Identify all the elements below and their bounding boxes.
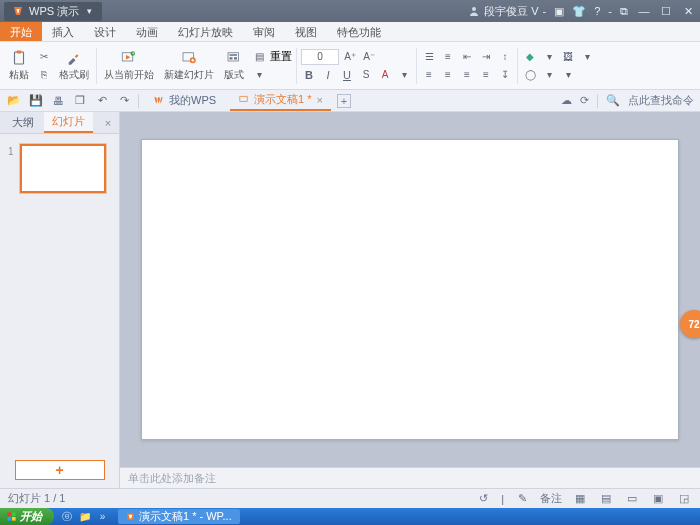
close-tab-icon[interactable]: × [317, 94, 323, 106]
align-justify-icon[interactable]: ≡ [478, 67, 494, 83]
presentation-icon [238, 94, 249, 105]
user-icon [468, 5, 480, 17]
skin-icon[interactable]: 👕 [572, 5, 586, 18]
floating-badge[interactable]: 72 [680, 310, 700, 338]
app-menu[interactable]: WPS 演示 ▾ [4, 2, 102, 21]
tab-animation[interactable]: 动画 [126, 22, 168, 41]
tab-view[interactable]: 视图 [285, 22, 327, 41]
start-button[interactable]: 开始 [0, 508, 54, 525]
tab-home[interactable]: 开始 [0, 22, 42, 41]
history-icon[interactable]: ↺ [475, 491, 491, 507]
print-icon[interactable]: 🖶 [50, 93, 66, 109]
tab-review[interactable]: 审阅 [243, 22, 285, 41]
picture-icon[interactable]: 🖼 [560, 49, 576, 65]
arrange-icon[interactable]: ▾ [579, 49, 595, 65]
bold-icon[interactable]: B [301, 67, 317, 83]
svg-rect-2 [17, 51, 22, 54]
text-direction-icon[interactable]: ↧ [497, 67, 513, 83]
sorter-view-icon[interactable]: ▤ [598, 491, 614, 507]
font-size-input[interactable] [301, 49, 339, 65]
tab-special[interactable]: 特色功能 [327, 22, 391, 41]
paste-button[interactable]: 粘贴 [9, 49, 29, 82]
copy-icon[interactable]: ⎘ [36, 67, 52, 83]
refresh-icon[interactable]: ⟳ [580, 94, 589, 107]
cut-icon[interactable]: ✂ [36, 49, 52, 65]
explorer-icon[interactable]: 📁 [78, 510, 91, 523]
shape-fill-icon[interactable]: ◆ [522, 49, 538, 65]
decrease-font-icon[interactable]: A⁻ [361, 49, 377, 65]
maximize-button[interactable]: ☐ [658, 5, 674, 18]
open-icon[interactable]: 📂 [6, 93, 22, 109]
increase-font-icon[interactable]: A⁺ [342, 49, 358, 65]
new-slide-button[interactable]: 新建幻灯片 [164, 49, 214, 82]
slide-thumbnail[interactable]: 1 [8, 144, 111, 193]
section-icon[interactable]: ▤ [251, 49, 267, 65]
close-button[interactable]: ✕ [680, 5, 696, 18]
thumbnail-list[interactable]: 1 [0, 134, 119, 452]
align-right-icon[interactable]: ≡ [459, 67, 475, 83]
outline-tab[interactable]: 大纲 [4, 113, 42, 132]
tshirt-icon[interactable]: ▣ [554, 5, 564, 18]
align-center-icon[interactable]: ≡ [440, 67, 456, 83]
help-icon[interactable]: ? [594, 5, 600, 17]
chevron-down-icon[interactable]: ▾ [251, 67, 267, 83]
slide-stage[interactable] [120, 112, 700, 467]
notes-pane[interactable]: 单击此处添加备注 [120, 467, 700, 488]
search-command-text[interactable]: 点此查找命令 [628, 93, 694, 108]
align-left-icon[interactable]: ≡ [421, 67, 437, 83]
line-spacing-icon[interactable]: ↕ [497, 49, 513, 65]
shape-outline-icon[interactable]: ▾ [541, 49, 557, 65]
app-name: WPS 演示 [29, 4, 79, 19]
bullets-icon[interactable]: ☰ [421, 49, 437, 65]
search-icon[interactable]: 🔍 [606, 94, 620, 107]
taskbar-item-wps[interactable]: 演示文稿1 * - WP... [118, 509, 240, 524]
tab-insert[interactable]: 插入 [42, 22, 84, 41]
ribbon-toggle-icon[interactable]: ⧉ [620, 5, 628, 18]
slides-tab[interactable]: 幻灯片 [44, 112, 93, 133]
from-current-button[interactable]: 从当前开始 [104, 49, 154, 82]
user-account[interactable]: 段宇俊豆 V - [468, 4, 546, 19]
add-slide-button[interactable]: + [15, 460, 105, 480]
panel-close-icon[interactable]: × [101, 117, 115, 129]
ie-icon[interactable]: ⓔ [60, 510, 73, 523]
windows-logo-icon [6, 511, 17, 522]
media-icon[interactable]: » [96, 510, 109, 523]
layout-button[interactable]: 版式 [224, 49, 244, 82]
tab-slideshow[interactable]: 幻灯片放映 [168, 22, 243, 41]
reading-view-icon[interactable]: ▭ [624, 491, 640, 507]
quick-access-bar: 📂 💾 🖶 ❐ ↶ ↷ 我的WPS 演示文稿1 * × + ☁ ⟳ 🔍 点此查找… [0, 90, 700, 112]
mywps-tab[interactable]: 我的WPS [145, 91, 224, 110]
indent-inc-icon[interactable]: ⇥ [478, 49, 494, 65]
shapes-icon[interactable]: ◯ [522, 67, 538, 83]
wps-w-icon [153, 95, 164, 106]
notes-label: 备注 [540, 491, 562, 506]
slideshow-view-icon[interactable]: ▣ [650, 491, 666, 507]
current-slide[interactable] [141, 139, 679, 440]
main-area: 大纲 幻灯片 × 1 + 单击此处添加备注 [0, 112, 700, 488]
save-icon[interactable]: 💾 [28, 93, 44, 109]
italic-icon[interactable]: I [320, 67, 336, 83]
slide-thumb-1[interactable] [20, 144, 106, 193]
redo-icon[interactable]: ↷ [116, 93, 132, 109]
strike-icon[interactable]: S [358, 67, 374, 83]
font-color-icon[interactable]: A [377, 67, 393, 83]
format-brush[interactable]: 格式刷 [59, 49, 89, 82]
more-icon[interactable]: ▾ [560, 67, 576, 83]
print-preview-icon[interactable]: ❐ [72, 93, 88, 109]
brush-icon [65, 49, 83, 67]
indent-dec-icon[interactable]: ⇤ [459, 49, 475, 65]
normal-view-icon[interactable]: ▦ [572, 491, 588, 507]
undo-icon[interactable]: ↶ [94, 93, 110, 109]
cloud-icon[interactable]: ☁ [561, 94, 572, 107]
numbering-icon[interactable]: ≡ [440, 49, 456, 65]
fit-icon[interactable]: ◲ [676, 491, 692, 507]
document-tab-1[interactable]: 演示文稿1 * × [230, 90, 331, 111]
new-tab-button[interactable]: + [337, 94, 351, 108]
title-bar: WPS 演示 ▾ 段宇俊豆 V - ▣ 👕 ? - ⧉ — ☐ ✕ [0, 0, 700, 22]
underline-icon[interactable]: U [339, 67, 355, 83]
minimize-button[interactable]: — [636, 5, 652, 18]
highlight-icon[interactable]: ▾ [396, 67, 412, 83]
tab-design[interactable]: 设计 [84, 22, 126, 41]
quick-styles-icon[interactable]: ▾ [541, 67, 557, 83]
notes-icon[interactable]: ✎ [514, 491, 530, 507]
